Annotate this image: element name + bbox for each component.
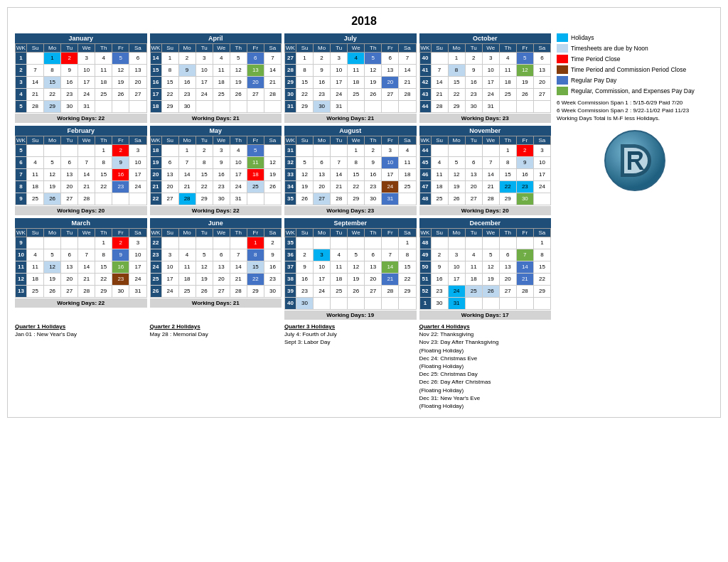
day-cell: 11 xyxy=(27,261,44,274)
week-num: 3 xyxy=(16,77,27,89)
q4-holiday-item: Dec 31: New Year's Eve xyxy=(419,394,552,402)
table-row: 31 29 30 31 xyxy=(285,101,417,113)
day-cell: 8 xyxy=(348,157,365,169)
legend-label-timesheets: Timesheets are due by Noon xyxy=(571,45,648,52)
day-cell: 12 xyxy=(196,261,213,274)
week-num: 17 xyxy=(150,89,161,101)
tue-header: Tu xyxy=(465,229,482,237)
day-cell: 16 xyxy=(61,77,78,89)
day-cell xyxy=(61,237,78,249)
week-num: 40 xyxy=(419,53,431,65)
table-row: 9 25 26 27 28 xyxy=(16,193,147,205)
q4-holiday-item: (Floating Holiday) xyxy=(419,362,552,370)
day-cell: 9 xyxy=(365,157,382,169)
table-row: 22 27 28 29 30 31 xyxy=(150,193,282,205)
day-cell: 20 xyxy=(314,181,331,193)
day-cell: 2 xyxy=(112,237,129,249)
fri-header: Fr xyxy=(112,44,129,53)
q4-holiday-item: (Floating Holiday) xyxy=(419,387,552,394)
calendars-area: January WK Su Mo Tu We xyxy=(15,33,551,410)
table-row: 17 22 23 24 25 26 27 28 xyxy=(150,89,282,101)
week-num: 16 xyxy=(150,77,161,89)
day-cell: 22 xyxy=(499,181,516,193)
day-cell: 12 xyxy=(264,157,281,169)
table-row: 23 3 4 5 6 7 8 9 xyxy=(150,249,282,261)
day-cell: 23 xyxy=(178,89,196,101)
day-cell xyxy=(196,237,213,249)
day-cell: 6 xyxy=(382,53,399,65)
day-cell: 21 xyxy=(331,181,348,193)
week-num: 25 xyxy=(150,274,161,286)
q4-title: Quarter 4 Holidays xyxy=(419,323,552,330)
day-cell: 4 xyxy=(178,249,196,261)
fri-header: Fr xyxy=(247,229,264,237)
wk-header: WK xyxy=(419,136,431,145)
mon-header: Mo xyxy=(44,229,61,237)
day-cell: 19 xyxy=(44,181,61,193)
week-num: 5 xyxy=(16,145,27,157)
day-cell: 24 xyxy=(331,89,348,101)
sat-header: Sa xyxy=(533,229,550,237)
sat-header: Sa xyxy=(264,44,281,53)
day-cell: 30 xyxy=(365,193,382,205)
wk-header: WK xyxy=(150,136,161,145)
day-cell: 5 xyxy=(348,249,365,261)
day-cell: 16 xyxy=(112,169,129,181)
week-num: 36 xyxy=(285,249,296,261)
table-row: 37 9 10 11 12 13 14 15 xyxy=(285,261,417,274)
day-cell: 12 xyxy=(516,65,533,77)
day-cell: 14 xyxy=(78,261,95,274)
q2-holiday-item: May 28 : Memorial Day xyxy=(150,330,282,338)
day-cell: 22 xyxy=(399,274,416,286)
day-cell xyxy=(399,193,416,205)
mon-header: Mo xyxy=(178,229,196,237)
table-row: 43 21 22 23 24 25 26 27 xyxy=(419,89,551,101)
day-cell xyxy=(331,298,348,310)
week-num: 29 xyxy=(285,77,296,89)
week-num: 10 xyxy=(16,249,27,261)
month-april: April WK Su Mo Tu We Th Fr xyxy=(150,33,282,123)
day-cell: 1 xyxy=(44,53,61,65)
day-cell: 13 xyxy=(247,65,264,77)
week-num: 35 xyxy=(285,193,296,205)
day-cell: 3 xyxy=(196,53,213,65)
day-cell: 14 xyxy=(431,77,448,89)
day-cell: 9 xyxy=(112,249,129,261)
day-cell: 15 xyxy=(44,77,61,89)
day-cell xyxy=(365,101,382,113)
day-cell: 3 xyxy=(482,53,499,65)
day-cell: 3 xyxy=(129,145,146,157)
day-cell xyxy=(431,237,448,249)
wed-header: We xyxy=(348,136,365,145)
quarter-row-1: January WK Su Mo Tu We xyxy=(15,33,551,123)
mon-header: Mo xyxy=(314,136,331,145)
day-cell: 13 xyxy=(61,169,78,181)
day-cell xyxy=(213,101,230,113)
table-row: 47 18 19 20 21 22 23 24 xyxy=(419,181,551,193)
day-cell: 21 xyxy=(431,89,448,101)
week-num: 9 xyxy=(16,193,27,205)
legend-commission-pay: Regular, Commission, and Expenses Pay Da… xyxy=(557,87,713,95)
page-title: 2018 xyxy=(15,15,713,28)
week-num: 46 xyxy=(419,169,431,181)
week-num: 5 xyxy=(16,101,27,113)
week-num: 4 xyxy=(16,89,27,101)
day-cell: 26 xyxy=(448,193,465,205)
mon-header: Mo xyxy=(44,44,61,53)
month-february: February WK Su Mo Tu We Th Fr xyxy=(15,126,147,215)
day-cell: 18 xyxy=(331,274,348,286)
day-cell xyxy=(533,193,550,205)
day-cell: 20 xyxy=(247,77,264,89)
day-cell: 11 xyxy=(399,157,416,169)
day-cell xyxy=(431,145,448,157)
working-days-october: Working Days: 23 xyxy=(419,114,552,123)
table-row: 18 1 2 3 4 5 xyxy=(150,145,282,157)
week-num: 13 xyxy=(16,286,27,298)
legend-label-commission-pay: Regular, Commission, and Expenses Pay Da… xyxy=(571,87,695,94)
note-3: Working Days Total Is M-F less Holidays. xyxy=(557,115,713,121)
day-cell: 30 xyxy=(61,101,78,113)
day-cell: 13 xyxy=(314,169,331,181)
day-cell xyxy=(331,145,348,157)
day-cell: 5 xyxy=(365,53,382,65)
day-cell: 8 xyxy=(296,65,314,77)
